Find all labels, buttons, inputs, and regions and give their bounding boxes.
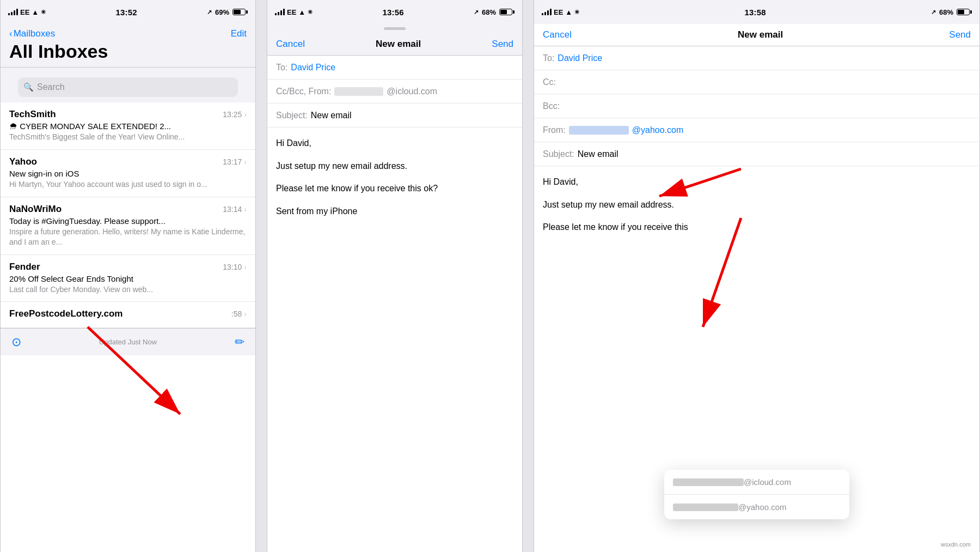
phone-compose-2: EE ▲ ✳ 13:58 ↗ 68% Cancel New email Send… <box>534 0 980 552</box>
subject-value-2: New email <box>311 111 352 120</box>
time-label-2: 13:56 <box>382 8 403 17</box>
edit-button[interactable]: Edit <box>231 28 247 39</box>
carrier-label-2: EE <box>287 8 296 16</box>
wifi-icon-1: ▲ <box>32 8 39 16</box>
sender-freepostcode: FreePostcodeLottery.com <box>9 308 122 319</box>
signal-icon <box>8 9 18 15</box>
mailboxes-back-link[interactable]: ‹ Mailboxes <box>9 28 55 39</box>
to-value-3: David Price <box>558 53 602 63</box>
search-icon: 🔍 <box>23 82 34 92</box>
search-bar[interactable]: 🔍 Search <box>18 77 238 97</box>
compose-body-2[interactable]: Hi David, Just setup my new email addres… <box>267 128 522 345</box>
status-bar-2: EE ▲ ✳ 13:56 ↗ 68% <box>267 0 522 24</box>
battery-label-2: 68% <box>482 8 496 16</box>
cc-field-3[interactable]: Cc: <box>534 70 979 94</box>
mail-item-yahoo[interactable]: Yahoo 13:17 › New sign-in on iOS Hi Mart… <box>1 150 255 197</box>
time-fender: 13:10 <box>223 263 242 271</box>
carrier-label-1: EE <box>20 8 29 16</box>
compose-fields-3: To: David Price Cc: Bcc: From: @yahoo.co… <box>534 46 979 166</box>
chevron-techsmith: › <box>244 110 247 119</box>
body-line1-2: Just setup my new email address. <box>276 159 513 173</box>
mail-item-freepostcode[interactable]: FreePostcodeLottery.com :58 › <box>1 302 255 328</box>
cancel-button-3[interactable]: Cancel <box>543 29 572 40</box>
cancel-button-2[interactable]: Cancel <box>276 39 305 50</box>
subject-yahoo: New sign-in on iOS <box>9 169 247 178</box>
body-line2-2: Please let me know if you receive this o… <box>276 181 513 196</box>
battery-label-1: 69% <box>215 8 229 16</box>
mailboxes-label[interactable]: Mailboxes <box>14 28 56 39</box>
location-icon-1: ✳ <box>41 9 46 16</box>
preview-yahoo: Hi Martyn, Your Yahoo account was just u… <box>9 179 247 190</box>
page-title: All Inboxes <box>9 41 247 62</box>
subject-label-3: Subject: <box>543 149 574 159</box>
back-chevron-icon: ‹ <box>9 28 13 39</box>
mail-list: TechSmith 13:25 › 🌨 CYBER MONDAY SALE EX… <box>1 102 255 328</box>
wifi-icon-3: ▲ <box>565 8 572 16</box>
time-yahoo: 13:17 <box>223 157 242 166</box>
email-dropdown[interactable]: @icloud.com @yahoo.com <box>664 470 849 519</box>
status-right-3: ↗ 68% <box>931 8 972 16</box>
time-nanowrimo: 13:14 <box>223 205 242 214</box>
compose-icon[interactable]: ✏ <box>235 335 244 349</box>
sender-yahoo: Yahoo <box>9 156 37 167</box>
time-techsmith: 13:25 <box>223 110 242 119</box>
subject-fender: 20% Off Select Gear Ends Tonight <box>9 274 247 283</box>
chevron-fender: › <box>244 263 247 271</box>
mail-item-nanowrimo[interactable]: NaNoWriMo 13:14 › Today is #GivingTuesda… <box>1 197 255 255</box>
compose-title-2: New email <box>376 39 421 50</box>
dropdown-item-yahoo[interactable]: @yahoo.com <box>664 495 849 519</box>
subject-value-3: New email <box>578 149 618 159</box>
compose-nav-2: Cancel New email Send <box>267 33 522 56</box>
arrow-icon-1: ↗ <box>207 9 212 16</box>
subject-field-3[interactable]: Subject: New email <box>534 142 979 166</box>
preview-fender: Last call for Cyber Monday. View on web.… <box>9 284 247 295</box>
sender-nanowrimo: NaNoWriMo <box>9 204 62 215</box>
updated-label: Updated Just Now <box>99 338 157 346</box>
from-field-3[interactable]: From: @yahoo.com <box>534 118 979 142</box>
location-icon-3: ✳ <box>574 9 579 16</box>
time-label-1: 13:52 <box>115 8 137 17</box>
wifi-icon-2: ▲ <box>298 8 305 16</box>
send-button-3[interactable]: Send <box>949 29 971 40</box>
ccbcc-field-2[interactable]: Cc/Bcc, From: @icloud.com <box>267 80 522 104</box>
watermark: wsxdn.com <box>941 541 971 548</box>
status-left-2: EE ▲ ✳ <box>275 8 313 16</box>
send-button-2[interactable]: Send <box>492 39 513 50</box>
subject-techsmith: 🌨 CYBER MONDAY SALE EXTENDED! 2... <box>9 122 247 131</box>
subject-field-2[interactable]: Subject: New email <box>267 104 522 128</box>
status-left-3: EE ▲ ✳ <box>542 8 579 16</box>
to-field-2[interactable]: To: David Price <box>267 56 522 80</box>
mail-item-techsmith[interactable]: TechSmith 13:25 › 🌨 CYBER MONDAY SALE EX… <box>1 102 255 150</box>
greeting-2: Hi David, <box>276 136 513 150</box>
from-label-3: From: <box>543 125 566 135</box>
preview-nanowrimo: Inspire a future generation. Hello, writ… <box>9 227 247 248</box>
dropdown-item-icloud[interactable]: @icloud.com <box>664 470 849 495</box>
compose-body-3[interactable]: Hi David, Just setup my new email addres… <box>534 166 979 275</box>
drag-handle-2 <box>384 27 406 30</box>
body-text-3: Hi David, Just setup my new email addres… <box>543 175 971 234</box>
chevron-freepostcode: › <box>244 310 247 318</box>
cc-label-3: Cc: <box>543 77 556 87</box>
greeting-3: Hi David, <box>543 175 971 189</box>
from-value-3: @yahoo.com <box>569 125 684 135</box>
status-right-2: ↗ 68% <box>474 8 514 16</box>
to-label-2: To: <box>276 63 287 72</box>
email-blur-2 <box>334 87 383 96</box>
status-bar-3: EE ▲ ✳ 13:58 ↗ 68% <box>534 0 979 24</box>
to-field-3[interactable]: To: David Price <box>534 46 979 70</box>
from-email-blur-3 <box>569 126 629 135</box>
carrier-label-3: EE <box>554 8 563 16</box>
to-label-3: To: <box>543 53 554 63</box>
icloud-email-domain: @icloud.com <box>744 477 791 487</box>
arrow-icon-2: ↗ <box>474 9 479 16</box>
mail-item-fender[interactable]: Fender 13:10 › 20% Off Select Gear Ends … <box>1 255 255 302</box>
bcc-field-3[interactable]: Bcc: <box>534 94 979 118</box>
filter-icon[interactable]: ⊙ <box>11 335 21 349</box>
body-line2-3: Please let me know if you receive this <box>543 220 971 234</box>
preview-techsmith: TechSmith's Biggest Sale of the Year! Vi… <box>9 132 247 143</box>
sender-techsmith: TechSmith <box>9 109 56 120</box>
yahoo-email-blur <box>673 504 738 511</box>
phone-compose-1: EE ▲ ✳ 13:56 ↗ 68% Cancel New email Send… <box>267 0 523 552</box>
subject-nanowrimo: Today is #GivingTuesday. Please support.… <box>9 216 247 226</box>
signal-icon-3 <box>542 9 552 15</box>
